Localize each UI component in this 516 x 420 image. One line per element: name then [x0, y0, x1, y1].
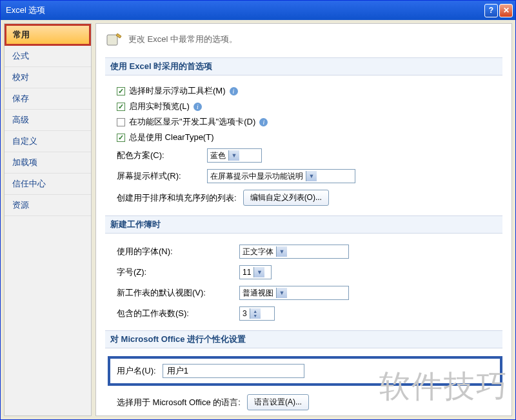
- color-scheme-label: 配色方案(C):: [117, 150, 201, 161]
- color-scheme-value: 蓝色: [210, 150, 226, 161]
- sidebar-item-common[interactable]: 常用: [5, 24, 91, 46]
- titlebar[interactable]: Excel 选项 ? ✕: [1, 1, 515, 20]
- size-row: 字号(Z): 11 ▼: [105, 262, 502, 283]
- group-personalize-title: 对 Microsoft Office 进行个性化设置: [105, 330, 502, 348]
- chevron-down-icon: ▼: [253, 267, 264, 277]
- font-row: 使用的字体(N): 正文字体 ▼: [105, 241, 502, 262]
- username-label: 用户名(U):: [117, 365, 156, 377]
- size-dropdown[interactable]: 11 ▼: [239, 265, 272, 279]
- lang-label: 选择用于 Microsoft Office 的语言:: [117, 397, 241, 408]
- lang-row: 选择用于 Microsoft Office 的语言: 语言设置(A)...: [105, 391, 502, 414]
- label-cleartype: 总是使用 ClearType(T): [129, 132, 213, 143]
- font-value: 正文字体: [243, 246, 273, 257]
- titlebar-buttons: ? ✕: [484, 4, 513, 17]
- edit-custom-list-button[interactable]: 编辑自定义列表(O)...: [243, 190, 329, 206]
- chevron-down-icon: ▼: [228, 150, 239, 161]
- sheets-value: 3: [243, 309, 247, 318]
- opt-dev-tab-row: 在功能区显示"开发工具"选项卡(D) i: [105, 114, 502, 130]
- page-subtitle: 更改 Excel 中最常用的选项。: [128, 34, 237, 45]
- chevron-down-icon: ▼: [276, 246, 287, 257]
- view-value: 普通视图: [243, 288, 273, 299]
- font-label: 使用的字体(N):: [117, 246, 233, 257]
- size-value: 11: [243, 268, 251, 277]
- sidebar-item-advanced[interactable]: 高级: [5, 110, 91, 131]
- opt-cleartype-row: 总是使用 ClearType(T): [105, 130, 502, 145]
- sheets-spinner[interactable]: 3 ▲▼: [239, 306, 275, 321]
- label-float-toolbar: 选择时显示浮动工具栏(M): [129, 85, 226, 97]
- tooltip-style-label: 屏幕提示样式(R):: [117, 170, 201, 182]
- sheets-row: 包含的工作表数(S): 3 ▲▼: [105, 303, 502, 324]
- view-dropdown[interactable]: 普通视图 ▼: [239, 286, 349, 300]
- username-highlight: 用户名(U):: [108, 356, 502, 386]
- group-preferences-title: 使用 Excel 时采用的首选项: [105, 57, 502, 75]
- sidebar-item-resources[interactable]: 资源: [5, 195, 91, 216]
- spinner-arrows-icon: ▲▼: [250, 308, 261, 319]
- tooltip-style-dropdown[interactable]: 在屏幕提示中显示功能说明 ▼: [207, 169, 355, 183]
- page-header: 更改 Excel 中最常用的选项。: [105, 30, 502, 48]
- label-dev-tab: 在功能区显示"开发工具"选项卡(D): [129, 116, 255, 128]
- custom-list-label: 创建用于排序和填充序列的列表:: [117, 192, 237, 204]
- label-live-preview: 启用实时预览(L): [129, 101, 190, 112]
- options-dialog: Excel 选项 ? ✕ 常用 公式 校对 保存 高级 自定义 加载项 信任中心…: [0, 0, 516, 420]
- group-newworkbook-title: 新建工作簿时: [105, 215, 502, 234]
- sidebar-item-trust[interactable]: 信任中心: [5, 174, 91, 195]
- window-title: Excel 选项: [6, 5, 45, 16]
- info-icon[interactable]: i: [194, 103, 202, 111]
- info-icon[interactable]: i: [230, 87, 238, 95]
- custom-list-row: 创建用于排序和填充序列的列表: 编辑自定义列表(O)...: [105, 186, 502, 209]
- chevron-down-icon: ▼: [306, 171, 317, 181]
- username-input[interactable]: [163, 364, 304, 378]
- color-scheme-row: 配色方案(C): 蓝色 ▼: [105, 145, 502, 166]
- sidebar-item-addins[interactable]: 加载项: [5, 152, 91, 174]
- font-dropdown[interactable]: 正文字体 ▼: [239, 245, 349, 259]
- checkbox-live-preview[interactable]: [117, 103, 125, 111]
- main-panel: 更改 Excel 中最常用的选项。 使用 Excel 时采用的首选项 选择时显示…: [95, 23, 512, 416]
- chevron-down-icon: ▼: [276, 288, 287, 298]
- tooltip-style-value: 在屏幕提示中显示功能说明: [210, 171, 303, 182]
- language-settings-button[interactable]: 语言设置(A)...: [247, 394, 309, 410]
- view-label: 新工作表的默认视图(V):: [117, 287, 233, 299]
- view-row: 新工作表的默认视图(V): 普通视图 ▼: [105, 283, 502, 303]
- sidebar: 常用 公式 校对 保存 高级 自定义 加载项 信任中心 资源: [4, 23, 92, 416]
- checkbox-dev-tab[interactable]: [117, 118, 125, 126]
- opt-live-preview-row: 启用实时预览(L) i: [105, 99, 502, 114]
- settings-icon: [105, 30, 123, 48]
- checkbox-cleartype[interactable]: [117, 134, 125, 142]
- sidebar-item-proofing[interactable]: 校对: [5, 67, 91, 88]
- sheets-label: 包含的工作表数(S):: [117, 308, 233, 319]
- opt-float-toolbar-row: 选择时显示浮动工具栏(M) i: [105, 83, 502, 99]
- checkbox-float-toolbar[interactable]: [117, 87, 125, 95]
- color-scheme-dropdown[interactable]: 蓝色 ▼: [207, 148, 262, 163]
- size-label: 字号(Z):: [117, 266, 233, 278]
- sidebar-item-customize[interactable]: 自定义: [5, 131, 91, 152]
- close-button[interactable]: ✕: [499, 4, 513, 17]
- content-area: 常用 公式 校对 保存 高级 自定义 加载项 信任中心 资源 更改 Excel …: [1, 20, 515, 419]
- sidebar-item-formulas[interactable]: 公式: [5, 46, 91, 67]
- info-icon[interactable]: i: [259, 118, 268, 126]
- tooltip-style-row: 屏幕提示样式(R): 在屏幕提示中显示功能说明 ▼: [105, 166, 502, 186]
- svg-rect-0: [107, 35, 117, 45]
- help-button[interactable]: ?: [484, 4, 498, 17]
- sidebar-item-save[interactable]: 保存: [5, 88, 91, 110]
